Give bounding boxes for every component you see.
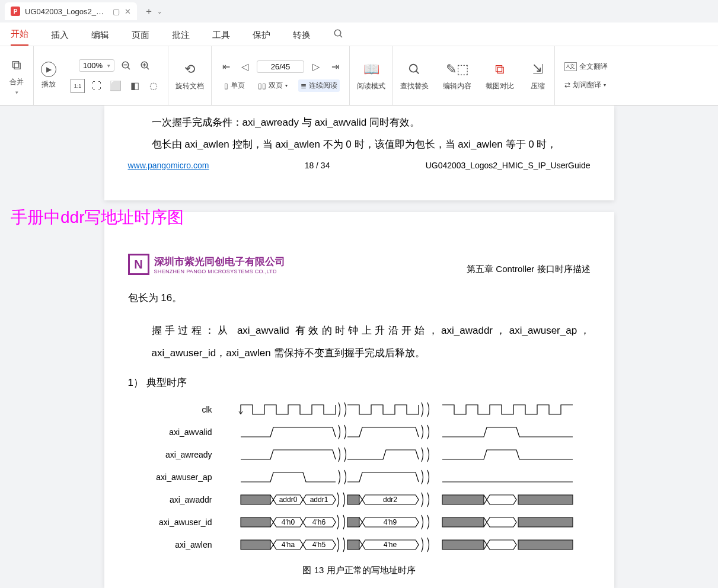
footer-link[interactable]: www.pangomicro.com <box>128 161 209 170</box>
section-heading: 1） 典型时序 <box>128 376 591 389</box>
signal-label-awready: axi_awready <box>128 450 223 459</box>
svg-line-10 <box>416 71 419 74</box>
fit-visible-icon[interactable]: ◧ <box>127 79 142 93</box>
edit-content-label: 编辑内容 <box>443 81 471 91</box>
logo-icon: N <box>128 254 149 275</box>
svg-rect-23 <box>347 517 359 527</box>
timing-diagram: clk axi_awvalid axi_awready <box>128 398 591 556</box>
word-translate-button[interactable]: ⇄划词翻译▾ <box>562 79 608 91</box>
present-icon[interactable]: ▢ <box>113 7 120 16</box>
page-input[interactable] <box>257 60 304 73</box>
body-text: 包长为 16。 <box>128 287 591 309</box>
zoom-group: 100% ▾ 1:1 ⛶ ⬜ ◧ ◌ <box>63 46 168 105</box>
menu-insert[interactable]: 插入 <box>51 30 69 46</box>
svg-text:4'h6: 4'h6 <box>312 518 326 526</box>
new-tab-button[interactable]: ＋ <box>144 5 154 18</box>
fit-height-icon[interactable]: ⬜ <box>109 79 123 93</box>
screenshot-group: ⧉ 截图对比 <box>478 46 521 105</box>
svg-rect-33 <box>518 540 573 549</box>
company-logo: N 深圳市紫光同创电子有限公司 SHENZHEN PANGO MICROSYST… <box>128 254 285 275</box>
menu-start[interactable]: 开始 <box>11 28 28 46</box>
fit-page-icon[interactable]: ⛶ <box>90 79 104 93</box>
zoom-out-icon[interactable] <box>119 59 133 73</box>
svg-text:4'h9: 4'h9 <box>383 518 397 526</box>
edit-content-group: ✎⬚ 编辑内容 <box>436 46 478 105</box>
next-page-icon[interactable]: ▷ <box>309 59 323 74</box>
body-text: 握手过程：从 axi_awvalid 有效的时钟上升沿开始，axi_awaddr… <box>152 319 591 364</box>
svg-text:addr0: addr0 <box>279 496 297 504</box>
document-viewport[interactable]: 手册中ddr写地址时序图 一次握手完成条件：axi_awready 与 axi_… <box>0 106 718 588</box>
single-page-button[interactable]: ▯单页 <box>222 79 247 92</box>
fit-width-icon[interactable]: 1:1 <box>71 79 85 93</box>
menu-annotate[interactable]: 批注 <box>172 30 190 46</box>
body-text: 一次握手完成条件：axi_awready 与 axi_awvalid 同时有效。 <box>152 111 591 133</box>
screenshot-icon[interactable]: ⧉ <box>490 60 509 79</box>
merge-icon[interactable]: ⧉ <box>7 56 26 75</box>
menu-search-icon[interactable] <box>333 28 344 46</box>
svg-text:4'h5: 4'h5 <box>312 541 326 549</box>
svg-rect-20 <box>241 517 270 527</box>
actual-size-icon[interactable]: ◌ <box>146 79 161 93</box>
signal-label-awuser-ap: axi_awuser_ap <box>128 472 223 482</box>
reading-mode-group: 📖 阅读模式 <box>350 46 393 105</box>
pdf-icon: P <box>11 7 20 16</box>
double-page-button[interactable]: ▯▯双页▾ <box>256 79 290 92</box>
svg-line-1 <box>340 35 342 37</box>
nav-group: ⇤ ◁ ▷ ⇥ ▯单页 ▯▯双页▾ ≣连续阅读 <box>212 46 350 105</box>
user-annotation: 手册中ddr写地址时序图 <box>11 206 184 229</box>
svg-rect-19 <box>518 495 573 504</box>
tab-menu-icon[interactable]: ⌄ <box>157 8 162 15</box>
signal-label-awlen: axi_awlen <box>128 540 223 549</box>
merge-group: ⧉ 合并 ▾ <box>0 46 34 105</box>
continuous-button[interactable]: ≣连续阅读 <box>298 79 340 92</box>
signal-label-awvalid: axi_awvalid <box>128 427 223 437</box>
pdf-page-19: N 深圳市紫光同创电子有限公司 SHENZHEN PANGO MICROSYST… <box>104 212 614 588</box>
document-tab[interactable]: P UG042003_Logos2_HMIC_S ▢ ✕ <box>5 2 137 20</box>
translate-group: A文全文翻译 ⇄划词翻译▾ <box>555 46 617 105</box>
close-icon[interactable]: ✕ <box>125 7 131 16</box>
reading-mode-icon[interactable]: 📖 <box>362 60 381 79</box>
prev-page-icon[interactable]: ◁ <box>238 59 252 74</box>
toolbar: ⧉ 合并 ▾ ▶ 播放 100% ▾ 1:1 ⛶ ⬜ ◧ ◌ ⟲ <box>0 46 718 106</box>
svg-line-8 <box>146 67 149 69</box>
last-page-icon[interactable]: ⇥ <box>328 59 342 74</box>
svg-text:4'ha: 4'ha <box>281 541 295 549</box>
search-icon[interactable] <box>405 60 424 79</box>
svg-line-4 <box>127 67 130 69</box>
rotate-group: ⟲ 旋转文档 <box>168 46 212 105</box>
footer-doc-id: UG042003_Logos2_HMIC_S_IP_UserGuide <box>426 161 591 170</box>
compress-label: 压缩 <box>531 81 545 91</box>
first-page-icon[interactable]: ⇤ <box>219 59 233 74</box>
full-translate-button[interactable]: A文全文翻译 <box>562 60 610 73</box>
rotate-icon[interactable]: ⟲ <box>180 60 199 79</box>
menu-edit[interactable]: 编辑 <box>91 30 109 46</box>
svg-text:4'h0: 4'h0 <box>281 518 295 526</box>
svg-rect-32 <box>442 540 484 549</box>
svg-point-9 <box>410 65 417 72</box>
edit-content-icon[interactable]: ✎⬚ <box>448 60 467 79</box>
svg-text:4'he: 4'he <box>383 541 397 549</box>
svg-rect-30 <box>347 540 359 549</box>
merge-label: 合并 <box>9 77 24 87</box>
signal-label-awuser-id: axi_awuser_id <box>128 517 223 527</box>
svg-point-0 <box>334 30 341 36</box>
play-label: 播放 <box>42 79 56 90</box>
body-text: 包长由 axi_awlen 控制，当 axi_awlen 不为 0 时，该值即为… <box>152 133 591 155</box>
compress-group: ⇲ 压缩 <box>521 46 555 105</box>
compress-icon[interactable]: ⇲ <box>528 60 547 79</box>
menu-tools[interactable]: 工具 <box>212 30 230 46</box>
menu-page[interactable]: 页面 <box>132 30 149 46</box>
signal-label-awaddr: axi_awaddr <box>128 495 223 504</box>
menu-convert[interactable]: 转换 <box>293 30 311 46</box>
zoom-value: 100% <box>83 61 103 70</box>
play-icon[interactable]: ▶ <box>41 62 56 77</box>
svg-rect-16 <box>347 495 359 504</box>
tab-bar: P UG042003_Logos2_HMIC_S ▢ ✕ ＋ ⌄ <box>0 0 718 23</box>
search-group: 查找替换 <box>393 46 436 105</box>
menu-protect[interactable]: 保护 <box>253 30 270 46</box>
search-label: 查找替换 <box>400 81 429 91</box>
svg-rect-25 <box>442 517 484 527</box>
svg-rect-13 <box>241 495 270 504</box>
zoom-select[interactable]: 100% ▾ <box>79 59 114 72</box>
zoom-in-icon[interactable] <box>138 59 152 73</box>
